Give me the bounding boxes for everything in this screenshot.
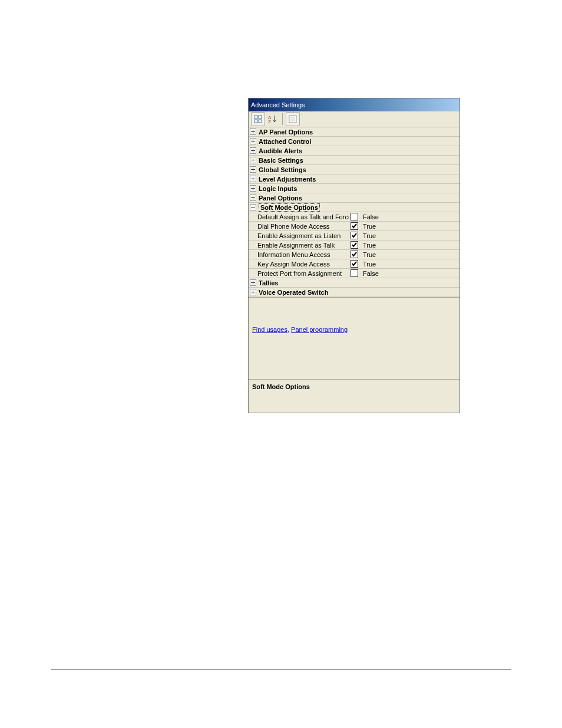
alphabetical-button[interactable]: A Z xyxy=(266,113,279,126)
svg-rect-2 xyxy=(254,120,257,123)
property-pages-button[interactable] xyxy=(286,112,300,126)
prop-name: Default Assign as Talk and Force xyxy=(257,213,349,220)
expand-icon[interactable] xyxy=(250,185,256,192)
checkbox[interactable] xyxy=(351,232,358,239)
prop-value[interactable]: False xyxy=(359,213,459,220)
category-label: Soft Mode Options xyxy=(259,203,320,212)
checkbox[interactable] xyxy=(351,241,358,249)
prop-enable-assignment-listen[interactable]: Enable Assignment as Listen True xyxy=(249,231,459,241)
category-logic-inputs[interactable]: Logic Inputs xyxy=(249,184,459,193)
prop-enable-assignment-talk[interactable]: Enable Assignment as Talk True xyxy=(249,241,459,250)
prop-name: Enable Assignment as Talk xyxy=(257,242,349,249)
prop-name: Protect Port from Assignment xyxy=(257,270,349,277)
links-area: Find usages, Panel programming xyxy=(249,297,459,379)
category-voice-operated-switch[interactable]: Voice Operated Switch xyxy=(249,288,459,297)
category-label: Logic Inputs xyxy=(259,185,297,192)
category-label: Attached Control xyxy=(259,138,311,145)
category-label: AP Panel Options xyxy=(259,129,313,136)
category-label: Basic Settings xyxy=(259,157,303,164)
expand-icon[interactable] xyxy=(250,195,256,201)
collapse-icon[interactable] xyxy=(250,204,256,210)
sort-az-icon: A Z xyxy=(268,114,277,124)
category-ap-panel-options[interactable]: AP Panel Options xyxy=(249,127,459,137)
prop-value[interactable]: True xyxy=(359,251,459,258)
category-global-settings[interactable]: Global Settings xyxy=(249,165,459,174)
prop-dial-phone-mode-access[interactable]: Dial Phone Mode Access True xyxy=(249,222,459,231)
category-soft-mode-options[interactable]: Soft Mode Options xyxy=(249,203,459,212)
expand-icon[interactable] xyxy=(250,166,256,173)
window-title: Advanced Settings xyxy=(251,101,305,108)
prop-value[interactable]: True xyxy=(359,261,459,268)
prop-value[interactable]: False xyxy=(359,270,459,277)
expand-icon[interactable] xyxy=(250,157,256,163)
description-area: Soft Mode Options xyxy=(249,379,459,413)
category-label: Global Settings xyxy=(259,166,306,173)
checkbox[interactable] xyxy=(351,213,358,220)
prop-key-assign-mode-access[interactable]: Key Assign Mode Access True xyxy=(249,259,459,269)
checkbox[interactable] xyxy=(351,260,358,268)
svg-rect-3 xyxy=(259,120,262,123)
expand-icon[interactable] xyxy=(250,147,256,154)
prop-protect-port-from-assignment[interactable]: Protect Port from Assignment False xyxy=(249,269,459,278)
checkbox[interactable] xyxy=(351,251,358,258)
category-attached-control[interactable]: Attached Control xyxy=(249,137,459,146)
checkbox[interactable] xyxy=(351,222,358,230)
titlebar: Advanced Settings xyxy=(249,98,459,111)
category-label: Audible Alerts xyxy=(259,147,302,154)
svg-rect-1 xyxy=(259,116,262,118)
expand-icon[interactable] xyxy=(250,289,256,295)
prop-default-assign-talk-force[interactable]: Default Assign as Talk and Force False xyxy=(249,212,459,222)
property-grid[interactable]: AP Panel Options Attached Control Audibl… xyxy=(249,127,459,297)
svg-text:Z: Z xyxy=(268,119,271,124)
prop-name: Key Assign Mode Access xyxy=(257,261,349,268)
expand-icon[interactable] xyxy=(250,129,256,135)
description-title: Soft Mode Options xyxy=(252,383,456,390)
prop-information-menu-access[interactable]: Information Menu Access True xyxy=(249,250,459,259)
category-label: Level Adjustments xyxy=(259,176,316,183)
category-label: Tallies xyxy=(259,279,278,286)
category-level-adjustments[interactable]: Level Adjustments xyxy=(249,174,459,184)
prop-name: Enable Assignment as Listen xyxy=(257,232,349,239)
prop-name: Information Menu Access xyxy=(257,251,349,258)
categorized-icon xyxy=(254,115,262,123)
category-basic-settings[interactable]: Basic Settings xyxy=(249,156,459,165)
prop-value[interactable]: True xyxy=(359,223,459,230)
advanced-settings-panel: Advanced Settings A Z xyxy=(248,98,460,413)
category-label: Voice Operated Switch xyxy=(259,289,328,296)
page-footer-rule xyxy=(51,669,511,670)
category-audible-alerts[interactable]: Audible Alerts xyxy=(249,146,459,156)
toolbar: A Z xyxy=(249,111,459,127)
toolbar-separator xyxy=(282,113,283,125)
category-tallies[interactable]: Tallies xyxy=(249,278,459,288)
category-label: Panel Options xyxy=(259,195,302,202)
category-panel-options[interactable]: Panel Options xyxy=(249,193,459,203)
checkbox[interactable] xyxy=(351,269,358,277)
expand-icon[interactable] xyxy=(250,138,256,144)
svg-rect-0 xyxy=(254,116,257,118)
find-usages-link[interactable]: Find usages xyxy=(252,326,287,333)
panel-programming-link[interactable]: Panel programming xyxy=(291,326,348,333)
property-pages-icon xyxy=(289,115,297,123)
prop-value[interactable]: True xyxy=(359,232,459,239)
expand-icon[interactable] xyxy=(250,176,256,182)
categorized-button[interactable] xyxy=(251,112,265,126)
expand-icon[interactable] xyxy=(250,279,256,286)
prop-value[interactable]: True xyxy=(359,242,459,249)
prop-name: Dial Phone Mode Access xyxy=(257,223,349,230)
